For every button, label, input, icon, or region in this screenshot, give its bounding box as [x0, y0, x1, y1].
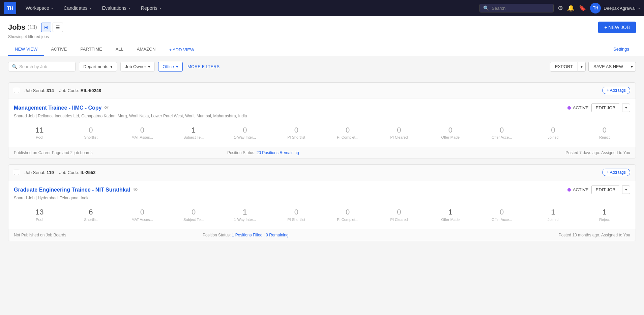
status-dot	[567, 188, 571, 192]
settings-icon[interactable]: ⚙	[558, 4, 563, 12]
stat-item[interactable]: 0 Offer Acce...	[476, 123, 527, 142]
job-serial: Job Serial: 119	[25, 170, 54, 175]
bell-icon[interactable]: 🔔	[567, 4, 575, 12]
job-search-input[interactable]	[19, 64, 72, 69]
edit-job-button[interactable]: EDIT JOB	[591, 185, 619, 194]
eye-icon[interactable]: 👁	[104, 105, 110, 111]
save-as-new-button[interactable]: SAVE AS NEW	[588, 62, 628, 71]
job-title-row: Management Trainee - IIMC - Copy 👁 ACTIV…	[14, 103, 630, 112]
stat-number: 6	[66, 208, 115, 217]
grid-view-button[interactable]: ⊞	[41, 23, 51, 32]
jobs-list: Job Serial: 314 Job Code: RIL-50248 + Ad…	[0, 77, 644, 252]
position-status-link[interactable]: 1 Positions Filled | 9 Remaining	[232, 233, 289, 237]
stat-item[interactable]: 0 PI Cleared	[373, 205, 425, 224]
tab-new-view[interactable]: NEW VIEW	[8, 43, 44, 56]
more-filters-button[interactable]: MORE FILTERS	[186, 62, 221, 71]
stat-number: 1	[221, 208, 269, 217]
settings-tab[interactable]: Settings	[607, 43, 636, 56]
nav-candidates[interactable]: Candidates ▾	[58, 0, 97, 16]
stat-item[interactable]: 0 Reject	[579, 123, 630, 142]
stat-label: Reject	[580, 135, 629, 139]
stat-label: Offer Made	[426, 218, 475, 222]
nav-reports[interactable]: Reports ▾	[136, 0, 167, 16]
stat-item[interactable]: 0 PI Shortlist	[271, 123, 322, 142]
new-job-button[interactable]: + NEW JOB	[598, 22, 636, 33]
stat-item[interactable]: 0 MAT Asses...	[117, 205, 168, 224]
position-status-link[interactable]: 20 Positions Remaining	[257, 150, 299, 155]
job-owner-filter[interactable]: Job Owner ▾	[120, 62, 155, 71]
stat-item[interactable]: 0 PI Complet...	[322, 123, 373, 142]
stat-label: Reject	[580, 218, 629, 222]
user-menu[interactable]: TH Deepak Agrawal ▾	[590, 3, 640, 13]
stat-item[interactable]: 1 Joined	[527, 205, 579, 224]
stat-item[interactable]: 0 PI Shortlist	[271, 205, 322, 224]
stat-item[interactable]: 1 Reject	[579, 205, 630, 224]
stat-label: Offer Made	[426, 135, 475, 139]
office-filter[interactable]: Office ▾	[158, 62, 183, 71]
job-title[interactable]: Graduate Engineering Trainee - NIT Surat…	[14, 187, 130, 193]
save-as-new-dropdown-button[interactable]: ▾	[628, 62, 636, 71]
add-tags-button[interactable]: + Add tags	[602, 169, 630, 176]
list-view-button[interactable]: ☰	[53, 23, 63, 32]
stat-item[interactable]: 13 Pool	[14, 205, 65, 224]
nav-workspace[interactable]: Workspace ▾	[20, 0, 58, 16]
stat-item[interactable]: 0 Offer Made	[425, 123, 476, 142]
job-status-right: ACTIVE EDIT JOB ▾	[567, 103, 630, 112]
stat-label: Pool	[15, 218, 64, 222]
stat-number: 0	[66, 126, 115, 135]
tab-all[interactable]: ALL	[109, 43, 130, 56]
global-search-input[interactable]	[492, 6, 550, 11]
stat-number: 0	[118, 208, 167, 217]
stat-item[interactable]: 1 Offer Made	[425, 205, 476, 224]
job-card-body: Management Trainee - IIMC - Copy 👁 ACTIV…	[8, 98, 636, 147]
tab-amazon[interactable]: AMAZON	[130, 43, 163, 56]
stat-item[interactable]: 0 Joined	[527, 123, 579, 142]
export-dropdown-button[interactable]: ▾	[578, 62, 586, 71]
job-select-checkbox[interactable]	[14, 170, 19, 175]
chevron-down-icon: ▾	[176, 64, 178, 69]
stat-number: 0	[580, 126, 629, 135]
filter-bar: 🔍 Departments ▾ Job Owner ▾ Office ▾ MOR…	[0, 56, 644, 77]
job-search-box[interactable]: 🔍	[8, 62, 76, 71]
tabs-bar: NEW VIEW ACTIVE PARTTIME ALL AMAZON + AD…	[8, 43, 636, 56]
status-badge: ACTIVE	[567, 105, 589, 110]
edit-job-button[interactable]: EDIT JOB	[591, 103, 619, 112]
stat-item[interactable]: 0 Subject Te...	[168, 205, 219, 224]
bookmark-icon[interactable]: 🔖	[579, 4, 586, 12]
stat-item[interactable]: 1 1-Way Inter...	[219, 205, 270, 224]
stat-number: 0	[477, 126, 526, 135]
stat-item[interactable]: 0 Shortlist	[65, 123, 116, 142]
stat-label: Shortlist	[66, 135, 115, 139]
search-icon: 🔍	[483, 5, 489, 11]
edit-job-dropdown-button[interactable]: ▾	[622, 185, 630, 194]
eye-icon[interactable]: 👁	[133, 187, 138, 193]
job-title[interactable]: Management Trainee - IIMC - Copy	[14, 105, 101, 111]
stat-item[interactable]: 11 Pool	[14, 123, 65, 142]
subtitle: Showing 4 filtered jobs	[8, 34, 636, 39]
global-search-box[interactable]: 🔍	[479, 4, 554, 12]
edit-job-dropdown-button[interactable]: ▾	[622, 104, 630, 112]
add-view-tab[interactable]: + ADD VIEW	[162, 43, 201, 56]
job-select-checkbox[interactable]	[14, 88, 19, 93]
stat-number: 0	[272, 208, 321, 217]
stat-item[interactable]: 1 Subject Te...	[168, 123, 219, 142]
tab-active[interactable]: ACTIVE	[44, 43, 74, 56]
navbar-right: 🔍 ⚙ 🔔 🔖 TH Deepak Agrawal ▾	[479, 3, 640, 13]
stat-item[interactable]: 0 MAT Asses...	[117, 123, 168, 142]
stat-number: 0	[529, 126, 577, 135]
stat-item[interactable]: 0 1-Way Inter...	[219, 123, 270, 142]
stat-label: MAT Asses...	[118, 218, 167, 222]
tab-parttime[interactable]: PARTTIME	[74, 43, 109, 56]
stat-item[interactable]: 0 PI Complet...	[322, 205, 373, 224]
stat-label: Shortlist	[66, 218, 115, 222]
export-button[interactable]: EXPORT	[550, 62, 578, 71]
stat-item[interactable]: 0 Offer Acce...	[476, 205, 527, 224]
stat-item[interactable]: 0 PI Cleared	[373, 123, 425, 142]
add-tags-button[interactable]: + Add tags	[602, 87, 630, 94]
footer-position-status: Position Status: 1 Positions Filled | 9 …	[203, 233, 289, 237]
nav-evaluations[interactable]: Evaluations ▾	[97, 0, 136, 16]
search-icon: 🔍	[12, 64, 17, 69]
stat-item[interactable]: 6 Shortlist	[65, 205, 116, 224]
departments-filter[interactable]: Departments ▾	[79, 62, 117, 71]
job-count-badge: (13)	[27, 24, 37, 30]
